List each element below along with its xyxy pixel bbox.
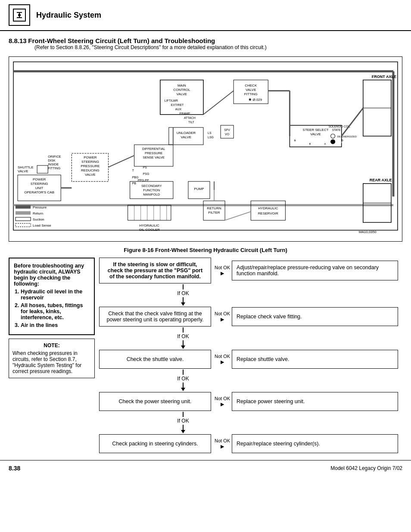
not-ok-label-4: Not OK ▶ — [215, 438, 230, 449]
before-item-3: Air in the lines — [21, 322, 90, 328]
svg-text:DISK: DISK — [48, 159, 56, 162]
svg-text:STATE: STATE — [332, 128, 341, 131]
note-title: NOTE: — [12, 342, 91, 348]
hydraulic-icon — [9, 4, 30, 26]
svg-line-99 — [342, 108, 363, 136]
flow-row-3: Check the power steering unit. Not OK ▶ … — [99, 392, 398, 411]
svg-text:PPG,PP: PPG,PP — [138, 179, 149, 182]
connector-3: If OK — [99, 412, 211, 433]
svg-text:DE-ENERGIZED: DE-ENERGIZED — [337, 135, 357, 138]
not-ok-label-3: Not OK ▶ — [215, 396, 230, 407]
svg-text:VALVE: VALVE — [18, 169, 28, 173]
svg-text:LS: LS — [208, 131, 212, 134]
svg-text:PSG: PSG — [143, 172, 149, 175]
svg-text:ENERGIZED: ENERGIZED — [337, 141, 353, 143]
svg-text:REAR AXLE: REAR AXLE — [370, 178, 392, 182]
page-header: Hydraulic System — [0, 0, 411, 31]
svg-text:FRAME: FRAME — [180, 112, 190, 115]
svg-text:HYDRAULIC: HYDRAULIC — [140, 224, 159, 227]
svg-text:CONTROL: CONTROL — [173, 88, 190, 92]
hydraulic-diagram: POWER STEERING UNIT OPERATOR'S CAB SHUTT… — [9, 56, 402, 242]
svg-rect-110 — [16, 223, 31, 227]
svg-text:RETURN: RETURN — [207, 206, 221, 210]
psg-check-box: If the steering is slow or difficult, ch… — [99, 258, 211, 283]
svg-text:PS: PS — [143, 166, 147, 169]
svg-text:CHECK: CHECK — [245, 84, 257, 87]
svg-text:A: A — [324, 143, 326, 145]
check-box-4: Check packing in steering cylinders. — [99, 434, 211, 453]
svg-text:PRESSURE: PRESSURE — [145, 151, 162, 155]
svg-text:SECONDARY: SECONDARY — [141, 184, 162, 188]
flow-row-4: Check packing in steering cylinders. Not… — [99, 434, 398, 453]
section-title: 8.8.13 Front-Wheel Steering Circuit (Lef… — [9, 37, 402, 44]
svg-text:Suction: Suction — [33, 218, 44, 221]
svg-text:FITTING: FITTING — [244, 92, 258, 96]
svg-line-103 — [225, 212, 251, 220]
before-intro: Before troubleshooting any hydraulic cir… — [14, 263, 90, 287]
left-panel: Before troubleshooting any hydraulic cir… — [9, 258, 95, 453]
section-number: 8.8.13 — [9, 37, 27, 44]
svg-text:SOLENOID COIL: SOLENOID COIL — [329, 125, 351, 128]
svg-text:VALVE: VALVE — [181, 135, 192, 139]
check-box-2: Check the shuttle valve. — [99, 350, 211, 369]
svg-text:VALVE: VALVE — [177, 92, 187, 96]
result-box-3: Replace power steering unit. — [232, 392, 398, 411]
svg-text:DIFFERENTIAL: DIFFERENTIAL — [142, 147, 165, 151]
svg-text:SHUTTLE: SHUTTLE — [18, 165, 33, 169]
svg-text:VO: VO — [225, 133, 230, 136]
svg-text:UNLOADER: UNLOADER — [177, 131, 196, 135]
section-header: 8.8.13 Front-Wheel Steering Circuit (Lef… — [0, 34, 411, 51]
svg-rect-108 — [16, 217, 31, 221]
svg-text:a: a — [294, 139, 296, 142]
header-title: Hydraulic System — [36, 11, 101, 20]
connector-2: If OK — [99, 370, 211, 391]
svg-text:VALVE: VALVE — [310, 132, 321, 136]
svg-text:POWER: POWER — [84, 156, 97, 159]
result-box-4: Repair/replace steering cylinder(s). — [232, 434, 398, 453]
model-info: Model 6042 Legacy Origin 7/02 — [330, 465, 402, 471]
result-box-1: Replace check valve fitting. — [232, 307, 398, 326]
svg-text:PUMP: PUMP — [194, 187, 204, 191]
svg-text:PRESSURE: PRESSURE — [81, 164, 100, 168]
svg-text:FRONT AXLE: FRONT AXLE — [372, 75, 396, 79]
svg-point-71 — [331, 140, 335, 144]
flowchart: If the steering is slow or difficult, ch… — [95, 258, 402, 453]
svg-rect-16 — [37, 165, 48, 173]
svg-text:Load Sense: Load Sense — [33, 224, 51, 227]
svg-text:INSIDE: INSIDE — [48, 162, 59, 166]
svg-text:Return: Return — [33, 212, 43, 215]
page-footer: 8.38 Model 6042 Legacy Origin 7/02 — [0, 460, 411, 476]
svg-text:✱ Ø.029: ✱ Ø.029 — [249, 98, 262, 102]
before-box: Before troubleshooting any hydraulic cir… — [9, 258, 95, 335]
connector-0: If OK — [99, 284, 211, 306]
svg-text:PBG: PBG — [132, 176, 139, 179]
svg-rect-91 — [251, 201, 285, 220]
svg-text:OIL COOLER: OIL COOLER — [139, 228, 160, 232]
result-box-2: Replace shuttle valve. — [232, 350, 398, 369]
svg-text:LSG: LSG — [208, 136, 214, 139]
section-title-text: Front-Wheel Steering Circuit (Left Turn)… — [28, 37, 215, 44]
svg-rect-47 — [221, 125, 234, 138]
result-box-0: Adjust/repair/replace pressure-reducing … — [232, 261, 398, 280]
check-box-1: Check that the check valve fitting at th… — [99, 307, 211, 327]
svg-rect-106 — [16, 211, 31, 215]
flow-row-start: If the steering is slow or difficult, ch… — [99, 258, 398, 283]
svg-text:ORIFICE: ORIFICE — [48, 155, 61, 159]
svg-text:HYDRAULIC: HYDRAULIC — [258, 206, 278, 210]
svg-text:STEERING: STEERING — [81, 160, 99, 164]
not-ok-label-0: Not OK ▶ — [215, 265, 230, 276]
svg-text:Pressure: Pressure — [33, 205, 47, 209]
svg-text:EXT/RET: EXT/RET — [171, 103, 184, 106]
svg-line-96 — [203, 91, 234, 115]
svg-text:AUX: AUX — [175, 108, 182, 111]
figure-caption: Figure 8-16 Front-Wheel Steering Hydraul… — [0, 247, 411, 253]
check-box-3: Check the power steering unit. — [99, 392, 211, 411]
svg-text:RESERVOIR: RESERVOIR — [258, 212, 278, 215]
flow-row-2: Check the shuttle valve. Not OK ▶ Replac… — [99, 350, 398, 369]
svg-text:SFV: SFV — [224, 128, 230, 131]
svg-text:VALVE: VALVE — [246, 88, 256, 92]
svg-line-95 — [109, 156, 134, 167]
svg-text:VALVE: VALVE — [85, 173, 96, 177]
section-subtitle: (Refer to Section 8.8.26, "Steering Circ… — [34, 44, 402, 50]
svg-text:MAIN: MAIN — [177, 84, 186, 87]
